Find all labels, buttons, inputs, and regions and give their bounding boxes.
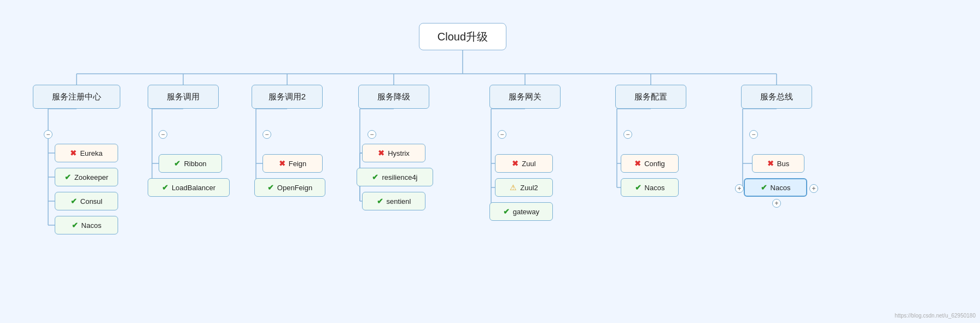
leaf-nacos-cat1: ✔ Nacos — [55, 216, 118, 234]
collapse-cat6[interactable]: − — [623, 130, 632, 139]
check-icon: ✔ — [761, 183, 767, 192]
check-icon: ✔ — [65, 173, 71, 181]
category-node-1: 服务注册中心 — [33, 85, 120, 109]
collapse-cat4[interactable]: − — [368, 130, 376, 139]
category-node-4: 服务降级 — [358, 85, 429, 109]
leaf-nacos-cat7-label: Nacos — [771, 184, 791, 192]
category-node-6: 服务配置 — [615, 85, 686, 109]
check-icon: ✔ — [635, 183, 641, 192]
leaf-hystrix-label: Hystrix — [388, 149, 410, 157]
leaf-gateway: ✔ gateway — [489, 202, 553, 221]
cat1-label: 服务注册中心 — [52, 92, 101, 102]
warn-icon: ⚠ — [510, 183, 517, 192]
cross-icon: ✖ — [70, 149, 77, 157]
collapse-cat1[interactable]: − — [44, 130, 52, 139]
leaf-bus: ✖ Bus — [752, 154, 804, 173]
leaf-ribbon-label: Ribbon — [184, 160, 206, 168]
leaf-nacos-cat7: ✔ Nacos — [744, 178, 807, 197]
leaf-zuul2-label: Zuul2 — [520, 184, 538, 192]
leaf-eureka-label: Eureka — [80, 149, 102, 157]
leaf-nacos-cat6: ✔ Nacos — [621, 178, 679, 197]
category-node-3: 服务调用2 — [252, 85, 323, 109]
leaf-ribbon: ✔ Ribbon — [159, 154, 222, 173]
cross-icon: ✖ — [634, 159, 641, 168]
cross-icon: ✖ — [767, 159, 774, 168]
leaf-config: ✖ Config — [621, 154, 679, 173]
category-node-2: 服务调用 — [148, 85, 219, 109]
cat4-label: 服务降级 — [377, 92, 410, 102]
collapse-cat2[interactable]: − — [159, 130, 167, 139]
leaf-nacos-cat6-label: Nacos — [645, 184, 665, 192]
root-label: Cloud升级 — [438, 30, 488, 44]
check-icon: ✔ — [174, 159, 180, 168]
leaf-zuul2: ⚠ Zuul2 — [495, 178, 553, 197]
leaf-gateway-label: gateway — [513, 208, 539, 216]
check-icon: ✔ — [72, 221, 78, 230]
leaf-hystrix: ✖ Hystrix — [362, 144, 425, 162]
leaf-resilience4j-label: resilience4j — [382, 173, 417, 181]
cat5-label: 服务网关 — [509, 92, 541, 102]
leaf-zuul: ✖ Zuul — [495, 154, 553, 173]
expand-nacos-right[interactable]: + — [809, 184, 818, 193]
leaf-openfeign-label: OpenFeign — [277, 184, 312, 192]
leaf-zuul-label: Zuul — [522, 160, 535, 168]
leaf-consul: ✔ Consul — [55, 192, 118, 210]
diagram-container: Cloud升级 服务注册中心 服务调用 服务调用2 服务降级 服务网关 服务配置… — [0, 0, 980, 323]
leaf-eureka: ✖ Eureka — [55, 144, 118, 162]
leaf-bus-label: Bus — [777, 160, 789, 168]
cross-icon: ✖ — [279, 159, 285, 168]
leaf-loadbalancer: ✔ LoadBalancer — [148, 178, 230, 197]
leaf-zookeeper-label: Zookeeper — [74, 173, 108, 181]
collapse-cat7[interactable]: − — [749, 130, 758, 139]
category-node-7: 服务总线 — [741, 85, 812, 109]
expand-nacos-bottom[interactable]: + — [772, 199, 781, 208]
category-node-5: 服务网关 — [489, 85, 561, 109]
leaf-feign-label: Feign — [289, 160, 307, 168]
watermark: https://blog.csdn.net/u_62950180 — [895, 313, 976, 319]
cat3-label: 服务调用2 — [269, 92, 306, 102]
leaf-openfeign: ✔ OpenFeign — [254, 178, 325, 197]
check-icon: ✔ — [372, 173, 378, 181]
leaf-sentienl: ✔ sentienl — [362, 192, 425, 210]
cat7-label: 服务总线 — [760, 92, 793, 102]
cat6-label: 服务配置 — [634, 92, 667, 102]
check-icon: ✔ — [162, 183, 168, 192]
cat2-label: 服务调用 — [167, 92, 200, 102]
collapse-cat5[interactable]: − — [498, 130, 506, 139]
leaf-sentienl-label: sentienl — [387, 197, 411, 205]
leaf-consul-label: Consul — [80, 197, 102, 205]
leaf-feign: ✖ Feign — [262, 154, 323, 173]
leaf-config-label: Config — [644, 160, 665, 168]
collapse-cat3[interactable]: − — [262, 130, 271, 139]
check-icon: ✔ — [377, 197, 383, 205]
leaf-zookeeper: ✔ Zookeeper — [55, 168, 118, 186]
leaf-nacos-cat1-label: Nacos — [81, 221, 102, 230]
root-node: Cloud升级 — [419, 23, 506, 50]
expand-nacos-left[interactable]: + — [735, 184, 744, 193]
cross-icon: ✖ — [512, 159, 518, 168]
check-icon: ✔ — [71, 197, 77, 205]
check-icon: ✔ — [267, 183, 274, 192]
cross-icon: ✖ — [378, 149, 384, 157]
leaf-loadbalancer-label: LoadBalancer — [172, 184, 215, 192]
check-icon: ✔ — [503, 207, 510, 216]
leaf-resilience4j: ✔ resilience4j — [357, 168, 433, 186]
